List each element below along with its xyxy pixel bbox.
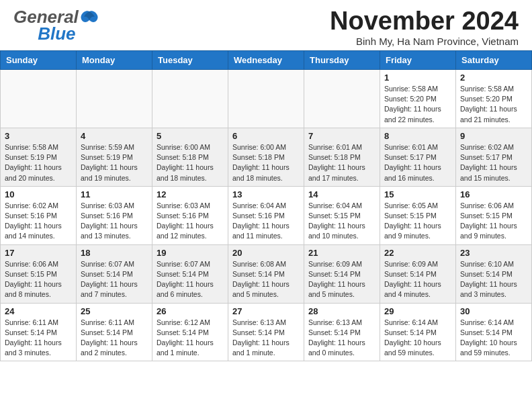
day-info: Sunrise: 5:58 AM Sunset: 5:20 PM Dayligh…: [384, 84, 451, 125]
day-info: Sunrise: 6:04 AM Sunset: 5:15 PM Dayligh…: [308, 201, 375, 242]
day-info: Sunrise: 6:00 AM Sunset: 5:18 PM Dayligh…: [157, 142, 224, 183]
day-number: 29: [384, 306, 451, 316]
day-info: Sunrise: 6:14 AM Sunset: 5:14 PM Dayligh…: [384, 318, 451, 359]
calendar-day-cell: 27Sunrise: 6:13 AM Sunset: 5:14 PM Dayli…: [228, 303, 304, 361]
calendar-day-cell: 10Sunrise: 6:02 AM Sunset: 5:16 PM Dayli…: [1, 186, 77, 244]
calendar-day-cell: 18Sunrise: 6:07 AM Sunset: 5:14 PM Dayli…: [77, 244, 152, 303]
calendar-day-cell: 23Sunrise: 6:10 AM Sunset: 5:14 PM Dayli…: [456, 244, 532, 303]
calendar-day-cell: [77, 70, 152, 128]
calendar-day-cell: 21Sunrise: 6:09 AM Sunset: 5:14 PM Dayli…: [304, 244, 380, 303]
day-info: Sunrise: 5:58 AM Sunset: 5:19 PM Dayligh…: [5, 142, 72, 183]
calendar-header-row: Sunday Monday Tuesday Wednesday Thursday…: [1, 51, 532, 70]
col-friday: Friday: [380, 51, 456, 70]
day-number: 24: [5, 306, 72, 316]
calendar-day-cell: 8Sunrise: 6:01 AM Sunset: 5:17 PM Daylig…: [380, 128, 456, 186]
calendar-day-cell: 14Sunrise: 6:04 AM Sunset: 5:15 PM Dayli…: [304, 186, 380, 244]
day-info: Sunrise: 5:58 AM Sunset: 5:20 PM Dayligh…: [460, 84, 527, 125]
day-info: Sunrise: 6:12 AM Sunset: 5:14 PM Dayligh…: [157, 318, 224, 359]
calendar-day-cell: 26Sunrise: 6:12 AM Sunset: 5:14 PM Dayli…: [152, 303, 228, 361]
day-info: Sunrise: 6:02 AM Sunset: 5:16 PM Dayligh…: [5, 201, 72, 242]
day-number: 26: [157, 306, 224, 316]
day-info: Sunrise: 5:59 AM Sunset: 5:19 PM Dayligh…: [81, 142, 148, 183]
calendar-day-cell: 9Sunrise: 6:02 AM Sunset: 5:17 PM Daylig…: [456, 128, 532, 186]
col-tuesday: Tuesday: [152, 51, 228, 70]
day-info: Sunrise: 6:13 AM Sunset: 5:14 PM Dayligh…: [232, 318, 300, 359]
calendar-day-cell: 25Sunrise: 6:11 AM Sunset: 5:14 PM Dayli…: [77, 303, 152, 361]
day-info: Sunrise: 6:03 AM Sunset: 5:16 PM Dayligh…: [81, 201, 148, 242]
calendar-day-cell: 17Sunrise: 6:06 AM Sunset: 5:15 PM Dayli…: [1, 244, 77, 303]
col-saturday: Saturday: [456, 51, 532, 70]
day-number: 10: [5, 189, 72, 199]
day-number: 11: [81, 189, 148, 199]
day-number: 5: [157, 131, 224, 141]
calendar-day-cell: 20Sunrise: 6:08 AM Sunset: 5:14 PM Dayli…: [228, 244, 304, 303]
day-info: Sunrise: 6:08 AM Sunset: 5:14 PM Dayligh…: [232, 259, 300, 300]
calendar-day-cell: 30Sunrise: 6:14 AM Sunset: 5:14 PM Dayli…: [456, 303, 532, 361]
day-info: Sunrise: 6:02 AM Sunset: 5:17 PM Dayligh…: [460, 142, 527, 183]
calendar-day-cell: 7Sunrise: 6:01 AM Sunset: 5:18 PM Daylig…: [304, 128, 380, 186]
calendar-day-cell: 16Sunrise: 6:06 AM Sunset: 5:15 PM Dayli…: [456, 186, 532, 244]
day-info: Sunrise: 6:03 AM Sunset: 5:16 PM Dayligh…: [157, 201, 224, 242]
calendar-day-cell: [152, 70, 228, 128]
day-number: 28: [308, 306, 375, 316]
calendar-table: Sunday Monday Tuesday Wednesday Thursday…: [0, 50, 532, 361]
calendar-week-row: 1Sunrise: 5:58 AM Sunset: 5:20 PM Daylig…: [1, 70, 532, 128]
calendar-day-cell: 15Sunrise: 6:05 AM Sunset: 5:15 PM Dayli…: [380, 186, 456, 244]
day-number: 3: [5, 131, 72, 141]
day-number: 14: [308, 189, 375, 199]
calendar-week-row: 3Sunrise: 5:58 AM Sunset: 5:19 PM Daylig…: [1, 128, 532, 186]
calendar-week-row: 17Sunrise: 6:06 AM Sunset: 5:15 PM Dayli…: [1, 244, 532, 303]
calendar-day-cell: 5Sunrise: 6:00 AM Sunset: 5:18 PM Daylig…: [152, 128, 228, 186]
day-number: 6: [232, 131, 300, 141]
day-number: 21: [308, 248, 375, 258]
day-info: Sunrise: 6:09 AM Sunset: 5:14 PM Dayligh…: [384, 259, 451, 300]
day-info: Sunrise: 6:14 AM Sunset: 5:14 PM Dayligh…: [460, 318, 527, 359]
header: General Blue November 2024 Binh My, Ha N…: [0, 0, 532, 50]
day-info: Sunrise: 6:11 AM Sunset: 5:14 PM Dayligh…: [81, 318, 148, 359]
location: Binh My, Ha Nam Province, Vietnam: [330, 36, 519, 47]
day-info: Sunrise: 6:10 AM Sunset: 5:14 PM Dayligh…: [460, 259, 527, 300]
day-number: 9: [460, 131, 527, 141]
calendar-day-cell: 11Sunrise: 6:03 AM Sunset: 5:16 PM Dayli…: [77, 186, 152, 244]
day-info: Sunrise: 6:07 AM Sunset: 5:14 PM Dayligh…: [81, 259, 148, 300]
col-thursday: Thursday: [304, 51, 380, 70]
day-info: Sunrise: 6:11 AM Sunset: 5:14 PM Dayligh…: [5, 318, 72, 359]
day-info: Sunrise: 6:06 AM Sunset: 5:15 PM Dayligh…: [5, 259, 72, 300]
day-number: 22: [384, 248, 451, 258]
logo-bird-icon: [80, 10, 99, 25]
day-number: 19: [157, 248, 224, 258]
calendar-day-cell: [304, 70, 380, 128]
calendar-day-cell: [1, 70, 77, 128]
logo: General Blue: [13, 7, 100, 44]
calendar-day-cell: 13Sunrise: 6:04 AM Sunset: 5:16 PM Dayli…: [228, 186, 304, 244]
calendar-day-cell: 12Sunrise: 6:03 AM Sunset: 5:16 PM Dayli…: [152, 186, 228, 244]
day-number: 1: [384, 73, 451, 83]
logo-blue: Blue: [38, 24, 75, 44]
calendar-day-cell: 29Sunrise: 6:14 AM Sunset: 5:14 PM Dayli…: [380, 303, 456, 361]
day-number: 7: [308, 131, 375, 141]
day-number: 25: [81, 306, 148, 316]
day-info: Sunrise: 6:13 AM Sunset: 5:14 PM Dayligh…: [308, 318, 375, 359]
day-info: Sunrise: 6:01 AM Sunset: 5:18 PM Dayligh…: [308, 142, 375, 183]
day-info: Sunrise: 6:07 AM Sunset: 5:14 PM Dayligh…: [157, 259, 224, 300]
calendar-day-cell: 22Sunrise: 6:09 AM Sunset: 5:14 PM Dayli…: [380, 244, 456, 303]
calendar-day-cell: 6Sunrise: 6:00 AM Sunset: 5:18 PM Daylig…: [228, 128, 304, 186]
calendar-day-cell: 3Sunrise: 5:58 AM Sunset: 5:19 PM Daylig…: [1, 128, 77, 186]
calendar-day-cell: 28Sunrise: 6:13 AM Sunset: 5:14 PM Dayli…: [304, 303, 380, 361]
day-number: 12: [157, 189, 224, 199]
title-block: November 2024 Binh My, Ha Nam Province, …: [330, 7, 519, 47]
day-number: 8: [384, 131, 451, 141]
calendar-week-row: 24Sunrise: 6:11 AM Sunset: 5:14 PM Dayli…: [1, 303, 532, 361]
day-info: Sunrise: 6:05 AM Sunset: 5:15 PM Dayligh…: [384, 201, 451, 242]
day-number: 4: [81, 131, 148, 141]
day-info: Sunrise: 6:09 AM Sunset: 5:14 PM Dayligh…: [308, 259, 375, 300]
day-number: 23: [460, 248, 527, 258]
calendar-day-cell: 24Sunrise: 6:11 AM Sunset: 5:14 PM Dayli…: [1, 303, 77, 361]
day-info: Sunrise: 6:04 AM Sunset: 5:16 PM Dayligh…: [232, 201, 300, 242]
day-number: 20: [232, 248, 300, 258]
calendar-day-cell: [228, 70, 304, 128]
col-monday: Monday: [77, 51, 152, 70]
calendar-day-cell: 2Sunrise: 5:58 AM Sunset: 5:20 PM Daylig…: [456, 70, 532, 128]
col-sunday: Sunday: [1, 51, 77, 70]
day-info: Sunrise: 6:00 AM Sunset: 5:18 PM Dayligh…: [232, 142, 300, 183]
